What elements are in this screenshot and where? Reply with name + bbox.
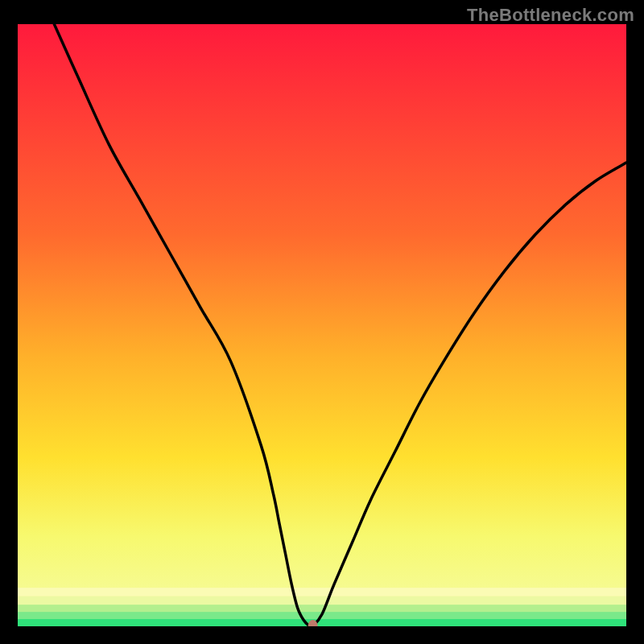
bottom-band <box>18 605 626 612</box>
bottom-band <box>18 597 626 605</box>
chart-frame: TheBottleneck.com <box>0 0 644 644</box>
chart-svg <box>18 24 626 626</box>
watermark-text: TheBottleneck.com <box>467 5 634 26</box>
bottom-band <box>18 619 626 626</box>
plot-area <box>18 24 626 626</box>
bottom-band <box>18 588 626 596</box>
gradient-background <box>18 24 626 626</box>
bottom-band-group <box>18 588 626 626</box>
